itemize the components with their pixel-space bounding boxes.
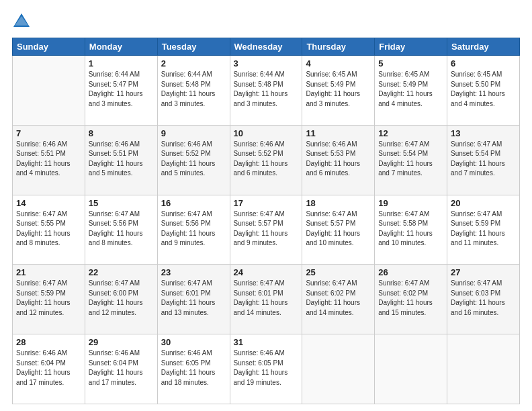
day-number: 28 xyxy=(16,337,81,347)
daylight-text: Daylight: 11 hours and 17 minutes. xyxy=(16,369,71,386)
daylight-text: Daylight: 11 hours and 18 minutes. xyxy=(161,369,216,386)
daylight-text: Daylight: 11 hours and 8 minutes. xyxy=(16,230,71,247)
daylight-text: Daylight: 11 hours and 6 minutes. xyxy=(306,160,360,177)
calendar-cell: 12Sunrise: 6:47 AMSunset: 5:54 PMDayligh… xyxy=(375,125,447,195)
daylight-text: Daylight: 11 hours and 9 minutes. xyxy=(161,230,216,247)
day-number: 15 xyxy=(89,198,154,208)
sunrise-text: Sunrise: 6:47 AM xyxy=(16,210,67,218)
header xyxy=(12,12,520,31)
day-info: Sunrise: 6:46 AMSunset: 5:52 PMDaylight:… xyxy=(161,140,226,179)
sunset-text: Sunset: 6:02 PM xyxy=(306,289,355,297)
daylight-text: Daylight: 11 hours and 3 minutes. xyxy=(89,90,143,107)
sunset-text: Sunset: 5:54 PM xyxy=(378,150,428,157)
day-info: Sunrise: 6:46 AMSunset: 6:05 PMDaylight:… xyxy=(161,349,226,387)
daylight-text: Daylight: 11 hours and 11 minutes. xyxy=(451,230,505,247)
sunset-text: Sunset: 6:00 PM xyxy=(89,289,138,297)
day-info: Sunrise: 6:44 AMSunset: 5:48 PMDaylight:… xyxy=(234,70,299,109)
calendar-cell: 4Sunrise: 6:45 AMSunset: 5:49 PMDaylight… xyxy=(302,56,375,126)
sunset-text: Sunset: 5:48 PM xyxy=(161,81,211,88)
calendar-cell: 13Sunrise: 6:47 AMSunset: 5:54 PMDayligh… xyxy=(447,125,520,195)
calendar-week-row: 14Sunrise: 6:47 AMSunset: 5:55 PMDayligh… xyxy=(13,195,520,265)
daylight-text: Daylight: 11 hours and 13 minutes. xyxy=(161,299,216,316)
calendar-cell: 22Sunrise: 6:47 AMSunset: 6:00 PMDayligh… xyxy=(85,265,157,334)
calendar-cell xyxy=(447,334,520,404)
day-info: Sunrise: 6:47 AMSunset: 5:55 PMDaylight:… xyxy=(16,210,81,248)
calendar-cell: 2Sunrise: 6:44 AMSunset: 5:48 PMDaylight… xyxy=(157,56,230,126)
calendar-cell: 26Sunrise: 6:47 AMSunset: 6:02 PMDayligh… xyxy=(375,265,447,334)
daylight-text: Daylight: 11 hours and 3 minutes. xyxy=(234,90,288,107)
day-info: Sunrise: 6:47 AMSunset: 5:56 PMDaylight:… xyxy=(161,210,226,248)
day-number: 26 xyxy=(378,267,443,277)
daylight-text: Daylight: 11 hours and 12 minutes. xyxy=(89,299,143,316)
calendar-cell: 3Sunrise: 6:44 AMSunset: 5:48 PMDaylight… xyxy=(230,56,302,126)
day-number: 3 xyxy=(234,58,299,68)
weekday-header-row: SundayMondayTuesdayWednesdayThursdayFrid… xyxy=(13,38,520,56)
sunset-text: Sunset: 6:01 PM xyxy=(234,289,283,297)
daylight-text: Daylight: 11 hours and 8 minutes. xyxy=(89,230,143,247)
day-number: 31 xyxy=(234,337,299,347)
sunset-text: Sunset: 6:02 PM xyxy=(378,289,428,297)
day-number: 10 xyxy=(234,128,299,138)
day-info: Sunrise: 6:47 AMSunset: 6:03 PMDaylight:… xyxy=(451,279,516,318)
calendar-cell: 21Sunrise: 6:47 AMSunset: 5:59 PMDayligh… xyxy=(13,265,85,334)
day-number: 20 xyxy=(451,198,516,208)
weekday-header-tuesday: Tuesday xyxy=(157,38,230,56)
calendar-cell: 28Sunrise: 6:46 AMSunset: 6:04 PMDayligh… xyxy=(13,334,85,404)
calendar-cell: 7Sunrise: 6:46 AMSunset: 5:51 PMDaylight… xyxy=(13,125,85,195)
sunrise-text: Sunrise: 6:46 AM xyxy=(234,140,285,148)
calendar-cell xyxy=(302,334,375,404)
day-number: 12 xyxy=(378,128,443,138)
calendar-cell: 15Sunrise: 6:47 AMSunset: 5:56 PMDayligh… xyxy=(85,195,157,265)
sunset-text: Sunset: 6:03 PM xyxy=(451,289,500,297)
daylight-text: Daylight: 11 hours and 16 minutes. xyxy=(451,299,505,316)
day-number: 5 xyxy=(378,58,443,68)
calendar-week-row: 21Sunrise: 6:47 AMSunset: 5:59 PMDayligh… xyxy=(13,265,520,334)
day-number: 18 xyxy=(306,198,371,208)
sunset-text: Sunset: 5:49 PM xyxy=(306,81,355,88)
sunrise-text: Sunrise: 6:46 AM xyxy=(161,349,212,357)
day-info: Sunrise: 6:46 AMSunset: 5:53 PMDaylight:… xyxy=(306,140,371,179)
day-info: Sunrise: 6:44 AMSunset: 5:48 PMDaylight:… xyxy=(161,70,226,109)
calendar-week-row: 1Sunrise: 6:44 AMSunset: 5:47 PMDaylight… xyxy=(13,56,520,126)
calendar-cell: 20Sunrise: 6:47 AMSunset: 5:59 PMDayligh… xyxy=(447,195,520,265)
sunrise-text: Sunrise: 6:46 AM xyxy=(89,349,140,357)
sunset-text: Sunset: 5:59 PM xyxy=(16,289,66,297)
sunset-text: Sunset: 6:05 PM xyxy=(234,359,283,367)
calendar-cell: 10Sunrise: 6:46 AMSunset: 5:52 PMDayligh… xyxy=(230,125,302,195)
page: SundayMondayTuesdayWednesdayThursdayFrid… xyxy=(0,0,532,411)
day-number: 8 xyxy=(89,128,154,138)
sunset-text: Sunset: 5:54 PM xyxy=(451,150,500,157)
logo-icon xyxy=(12,12,31,31)
daylight-text: Daylight: 11 hours and 5 minutes. xyxy=(89,160,143,177)
sunset-text: Sunset: 5:56 PM xyxy=(89,220,138,227)
sunrise-text: Sunrise: 6:47 AM xyxy=(378,210,429,218)
day-info: Sunrise: 6:47 AMSunset: 6:00 PMDaylight:… xyxy=(89,279,154,318)
daylight-text: Daylight: 11 hours and 14 minutes. xyxy=(234,299,288,316)
calendar-header: SundayMondayTuesdayWednesdayThursdayFrid… xyxy=(13,38,520,56)
calendar-cell: 25Sunrise: 6:47 AMSunset: 6:02 PMDayligh… xyxy=(302,265,375,334)
day-number: 11 xyxy=(306,128,371,138)
day-info: Sunrise: 6:44 AMSunset: 5:47 PMDaylight:… xyxy=(89,70,154,109)
sunrise-text: Sunrise: 6:46 AM xyxy=(234,349,285,357)
day-info: Sunrise: 6:47 AMSunset: 5:56 PMDaylight:… xyxy=(89,210,154,248)
daylight-text: Daylight: 11 hours and 14 minutes. xyxy=(306,299,360,316)
calendar-cell: 18Sunrise: 6:47 AMSunset: 5:57 PMDayligh… xyxy=(302,195,375,265)
sunrise-text: Sunrise: 6:46 AM xyxy=(306,140,357,148)
day-number: 19 xyxy=(378,198,443,208)
sunset-text: Sunset: 5:56 PM xyxy=(161,220,211,227)
sunrise-text: Sunrise: 6:46 AM xyxy=(89,140,140,148)
weekday-header-sunday: Sunday xyxy=(13,38,85,56)
day-info: Sunrise: 6:47 AMSunset: 5:58 PMDaylight:… xyxy=(378,210,443,248)
sunset-text: Sunset: 6:04 PM xyxy=(89,359,138,367)
sunrise-text: Sunrise: 6:47 AM xyxy=(234,279,285,287)
sunset-text: Sunset: 5:57 PM xyxy=(306,220,355,227)
sunrise-text: Sunrise: 6:47 AM xyxy=(161,210,212,218)
daylight-text: Daylight: 11 hours and 9 minutes. xyxy=(234,230,288,247)
sunset-text: Sunset: 5:47 PM xyxy=(89,81,138,88)
sunrise-text: Sunrise: 6:47 AM xyxy=(378,140,429,148)
day-info: Sunrise: 6:47 AMSunset: 6:02 PMDaylight:… xyxy=(306,279,371,318)
day-info: Sunrise: 6:47 AMSunset: 5:57 PMDaylight:… xyxy=(234,210,299,248)
day-number: 17 xyxy=(234,198,299,208)
calendar-cell: 5Sunrise: 6:45 AMSunset: 5:49 PMDaylight… xyxy=(375,56,447,126)
calendar-cell: 11Sunrise: 6:46 AMSunset: 5:53 PMDayligh… xyxy=(302,125,375,195)
